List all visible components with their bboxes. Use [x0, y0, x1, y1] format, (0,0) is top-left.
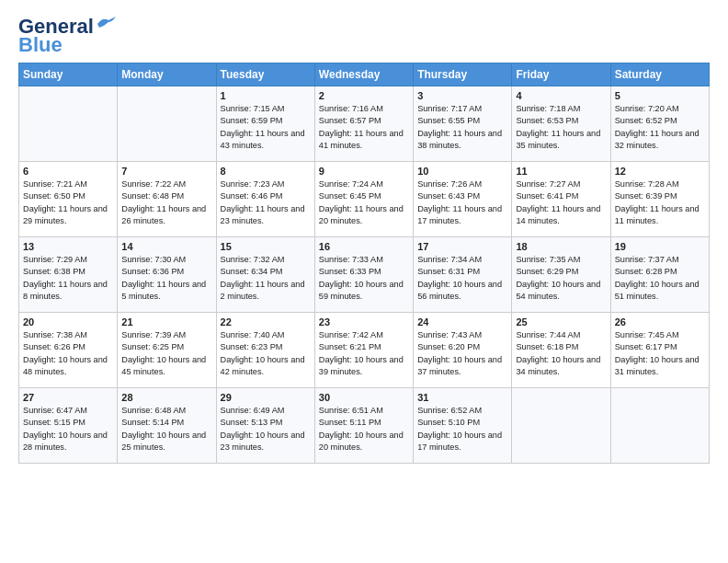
day-detail: Sunrise: 6:47 AM Sunset: 5:15 PM Dayligh…	[23, 405, 113, 454]
day-cell: 8Sunrise: 7:23 AM Sunset: 6:46 PM Daylig…	[216, 162, 314, 237]
week-row-4: 20Sunrise: 7:38 AM Sunset: 6:26 PM Dayli…	[19, 313, 710, 388]
week-row-1: 1Sunrise: 7:15 AM Sunset: 6:59 PM Daylig…	[19, 86, 710, 162]
day-cell: 11Sunrise: 7:27 AM Sunset: 6:41 PM Dayli…	[512, 162, 610, 237]
day-cell: 17Sunrise: 7:34 AM Sunset: 6:31 PM Dayli…	[414, 237, 512, 313]
header-cell-monday: Monday	[118, 63, 216, 86]
logo-blue: Blue	[18, 35, 63, 55]
page: General Blue SundayMondayTuesdayWednesda…	[0, 0, 728, 473]
day-detail: Sunrise: 7:16 AM Sunset: 6:57 PM Dayligh…	[319, 103, 409, 152]
day-detail: Sunrise: 7:44 AM Sunset: 6:18 PM Dayligh…	[516, 329, 606, 378]
day-cell	[610, 388, 709, 464]
day-detail: Sunrise: 7:26 AM Sunset: 6:43 PM Dayligh…	[417, 178, 507, 227]
day-number: 26	[615, 316, 705, 327]
day-detail: Sunrise: 7:29 AM Sunset: 6:38 PM Dayligh…	[23, 254, 113, 303]
day-cell: 16Sunrise: 7:33 AM Sunset: 6:33 PM Dayli…	[314, 237, 413, 313]
day-number: 10	[417, 166, 507, 177]
day-cell: 24Sunrise: 7:43 AM Sunset: 6:20 PM Dayli…	[414, 313, 512, 388]
day-detail: Sunrise: 7:33 AM Sunset: 6:33 PM Dayligh…	[319, 254, 409, 303]
day-cell: 28Sunrise: 6:48 AM Sunset: 5:14 PM Dayli…	[118, 388, 216, 464]
day-number: 14	[121, 241, 211, 252]
day-detail: Sunrise: 6:49 AM Sunset: 5:13 PM Dayligh…	[221, 405, 311, 454]
day-cell: 23Sunrise: 7:42 AM Sunset: 6:21 PM Dayli…	[314, 313, 413, 388]
day-cell: 30Sunrise: 6:51 AM Sunset: 5:11 PM Dayli…	[314, 388, 413, 464]
day-cell	[512, 388, 610, 464]
day-number: 5	[615, 90, 705, 101]
day-number: 21	[121, 316, 211, 327]
day-detail: Sunrise: 7:34 AM Sunset: 6:31 PM Dayligh…	[417, 254, 507, 303]
day-cell: 26Sunrise: 7:45 AM Sunset: 6:17 PM Dayli…	[610, 313, 709, 388]
day-cell: 29Sunrise: 6:49 AM Sunset: 5:13 PM Dayli…	[216, 388, 314, 464]
day-detail: Sunrise: 7:18 AM Sunset: 6:53 PM Dayligh…	[516, 103, 606, 152]
day-cell: 7Sunrise: 7:22 AM Sunset: 6:48 PM Daylig…	[118, 162, 216, 237]
day-detail: Sunrise: 7:22 AM Sunset: 6:48 PM Dayligh…	[121, 178, 211, 227]
day-cell	[118, 86, 216, 162]
week-row-2: 6Sunrise: 7:21 AM Sunset: 6:50 PM Daylig…	[19, 162, 710, 237]
day-number: 25	[516, 316, 606, 327]
day-cell: 19Sunrise: 7:37 AM Sunset: 6:28 PM Dayli…	[610, 237, 709, 313]
day-detail: Sunrise: 7:40 AM Sunset: 6:23 PM Dayligh…	[221, 329, 311, 378]
day-number: 13	[23, 241, 113, 252]
day-detail: Sunrise: 7:21 AM Sunset: 6:50 PM Dayligh…	[23, 178, 113, 227]
header-row: SundayMondayTuesdayWednesdayThursdayFrid…	[19, 63, 710, 86]
day-detail: Sunrise: 7:42 AM Sunset: 6:21 PM Dayligh…	[319, 329, 409, 378]
day-detail: Sunrise: 7:43 AM Sunset: 6:20 PM Dayligh…	[417, 329, 507, 378]
day-detail: Sunrise: 7:24 AM Sunset: 6:45 PM Dayligh…	[319, 178, 409, 227]
day-number: 7	[121, 166, 211, 177]
day-number: 9	[319, 166, 409, 177]
calendar-body: 1Sunrise: 7:15 AM Sunset: 6:59 PM Daylig…	[19, 86, 710, 464]
day-cell: 14Sunrise: 7:30 AM Sunset: 6:36 PM Dayli…	[118, 237, 216, 313]
day-detail: Sunrise: 7:30 AM Sunset: 6:36 PM Dayligh…	[121, 254, 211, 303]
day-detail: Sunrise: 7:28 AM Sunset: 6:39 PM Dayligh…	[615, 178, 705, 227]
week-row-5: 27Sunrise: 6:47 AM Sunset: 5:15 PM Dayli…	[19, 388, 710, 464]
header-cell-saturday: Saturday	[610, 63, 709, 86]
header: General Blue	[18, 17, 710, 55]
day-detail: Sunrise: 7:17 AM Sunset: 6:55 PM Dayligh…	[417, 103, 507, 152]
day-cell: 27Sunrise: 6:47 AM Sunset: 5:15 PM Dayli…	[19, 388, 118, 464]
day-number: 2	[319, 90, 409, 101]
day-number: 4	[516, 90, 606, 101]
day-number: 12	[615, 166, 705, 177]
day-number: 16	[319, 241, 409, 252]
day-detail: Sunrise: 6:51 AM Sunset: 5:11 PM Dayligh…	[319, 405, 409, 454]
day-number: 23	[319, 316, 409, 327]
logo: General Blue	[18, 17, 116, 55]
day-number: 11	[516, 166, 606, 177]
day-number: 27	[23, 392, 113, 403]
day-number: 24	[417, 316, 507, 327]
header-cell-tuesday: Tuesday	[216, 63, 314, 86]
day-cell: 10Sunrise: 7:26 AM Sunset: 6:43 PM Dayli…	[414, 162, 512, 237]
day-number: 29	[221, 392, 311, 403]
header-cell-friday: Friday	[512, 63, 610, 86]
day-cell	[19, 86, 118, 162]
calendar-header: SundayMondayTuesdayWednesdayThursdayFrid…	[19, 63, 710, 86]
day-number: 17	[417, 241, 507, 252]
day-number: 22	[221, 316, 311, 327]
day-cell: 13Sunrise: 7:29 AM Sunset: 6:38 PM Dayli…	[19, 237, 118, 313]
week-row-3: 13Sunrise: 7:29 AM Sunset: 6:38 PM Dayli…	[19, 237, 710, 313]
day-detail: Sunrise: 7:37 AM Sunset: 6:28 PM Dayligh…	[615, 254, 705, 303]
day-detail: Sunrise: 7:39 AM Sunset: 6:25 PM Dayligh…	[121, 329, 211, 378]
day-number: 15	[221, 241, 311, 252]
calendar-table: SundayMondayTuesdayWednesdayThursdayFrid…	[18, 63, 710, 464]
logo-bird-icon	[96, 17, 116, 31]
day-number: 30	[319, 392, 409, 403]
day-cell: 6Sunrise: 7:21 AM Sunset: 6:50 PM Daylig…	[19, 162, 118, 237]
day-cell: 5Sunrise: 7:20 AM Sunset: 6:52 PM Daylig…	[610, 86, 709, 162]
day-cell: 2Sunrise: 7:16 AM Sunset: 6:57 PM Daylig…	[314, 86, 413, 162]
day-cell: 31Sunrise: 6:52 AM Sunset: 5:10 PM Dayli…	[414, 388, 512, 464]
day-detail: Sunrise: 7:32 AM Sunset: 6:34 PM Dayligh…	[221, 254, 311, 303]
day-cell: 18Sunrise: 7:35 AM Sunset: 6:29 PM Dayli…	[512, 237, 610, 313]
day-number: 8	[221, 166, 311, 177]
header-cell-sunday: Sunday	[19, 63, 118, 86]
day-cell: 22Sunrise: 7:40 AM Sunset: 6:23 PM Dayli…	[216, 313, 314, 388]
day-cell: 20Sunrise: 7:38 AM Sunset: 6:26 PM Dayli…	[19, 313, 118, 388]
day-number: 18	[516, 241, 606, 252]
day-detail: Sunrise: 7:20 AM Sunset: 6:52 PM Dayligh…	[615, 103, 705, 152]
day-cell: 9Sunrise: 7:24 AM Sunset: 6:45 PM Daylig…	[314, 162, 413, 237]
day-number: 1	[221, 90, 311, 101]
day-number: 19	[615, 241, 705, 252]
day-number: 3	[417, 90, 507, 101]
day-detail: Sunrise: 6:48 AM Sunset: 5:14 PM Dayligh…	[121, 405, 211, 454]
day-number: 6	[23, 166, 113, 177]
day-cell: 4Sunrise: 7:18 AM Sunset: 6:53 PM Daylig…	[512, 86, 610, 162]
